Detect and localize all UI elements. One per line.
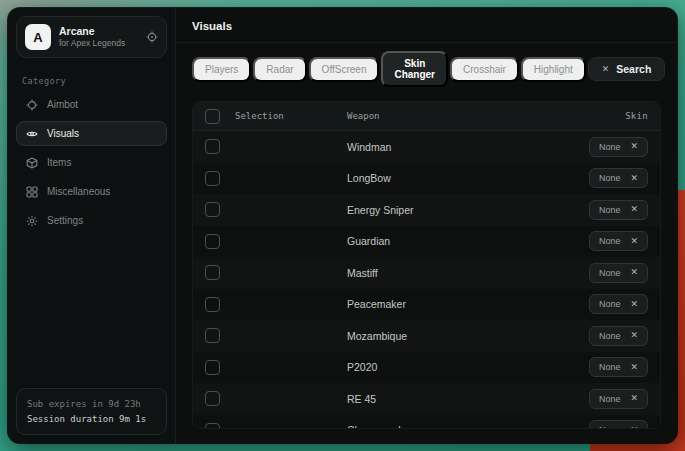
remove-skin-icon[interactable]: ✕: [630, 300, 638, 309]
table-row: Mastiff None ✕: [193, 257, 660, 289]
skin-badge[interactable]: None ✕: [589, 326, 648, 346]
search-x-icon: ✕: [602, 64, 610, 74]
tab-label: OffScreen: [322, 64, 367, 75]
table-body: Windman None ✕ LongBow None ✕ Energy Sni…: [193, 131, 660, 429]
remove-skin-icon[interactable]: ✕: [630, 268, 638, 277]
tab-crosshair[interactable]: Crosshair: [450, 57, 519, 82]
main-header: Visuals: [176, 8, 677, 43]
tabs-row: PlayersRadarOffScreenSkin ChangerCrossha…: [176, 43, 677, 93]
table-row: Changemaker None ✕: [193, 415, 660, 430]
skin-badge[interactable]: None ✕: [589, 357, 648, 377]
weapon-name: P2020: [347, 361, 589, 373]
remove-skin-icon[interactable]: ✕: [630, 142, 638, 151]
row-checkbox[interactable]: [205, 139, 220, 154]
page-title: Visuals: [192, 20, 661, 32]
sidebar-spacer: [8, 233, 175, 380]
skin-badge[interactable]: None ✕: [589, 168, 648, 188]
session-card: Sub expires in 9d 23h Session duration 9…: [16, 388, 167, 435]
tab-skin-changer[interactable]: Skin Changer: [381, 51, 448, 87]
skin-badge[interactable]: None ✕: [589, 420, 648, 429]
row-checkbox[interactable]: [205, 423, 220, 429]
table-header-row: Selection Weapon Skin: [193, 102, 660, 131]
table-row: Guardian None ✕: [193, 226, 660, 258]
sidebar: A Arcane for Apex Legends Category Aimbo…: [8, 8, 176, 443]
weapon-name: Guardian: [347, 235, 589, 247]
skin-badge[interactable]: None ✕: [589, 137, 648, 157]
table-row: Energy Sniper None ✕: [193, 194, 660, 226]
sidebar-item-items[interactable]: Items: [16, 150, 167, 175]
skin-value: None: [599, 268, 621, 278]
weapon-name: Energy Sniper: [347, 204, 589, 216]
remove-skin-icon[interactable]: ✕: [630, 237, 638, 246]
crosshair-icon: [26, 99, 38, 111]
weapon-name: Windman: [347, 141, 589, 153]
skin-value: None: [599, 236, 621, 246]
tab-label: Highlight: [534, 64, 573, 75]
target-icon[interactable]: [146, 31, 158, 43]
sidebar-item-label: Items: [47, 157, 71, 168]
column-header-selection: Selection: [235, 111, 347, 121]
tab-highlight[interactable]: Highlight: [521, 57, 586, 82]
row-checkbox[interactable]: [205, 265, 220, 280]
remove-skin-icon[interactable]: ✕: [630, 426, 638, 429]
category-label: Category: [22, 76, 161, 86]
skin-value: None: [599, 394, 621, 404]
sidebar-item-aimbot[interactable]: Aimbot: [16, 92, 167, 117]
app-subtitle: for Apex Legends: [59, 38, 138, 49]
table-row: Windman None ✕: [193, 131, 660, 163]
main-panel: Visuals PlayersRadarOffScreenSkin Change…: [176, 8, 677, 443]
skin-value: None: [599, 425, 621, 429]
skin-badge[interactable]: None ✕: [589, 263, 648, 283]
remove-skin-icon[interactable]: ✕: [630, 363, 638, 372]
sidebar-item-label: Aimbot: [47, 99, 78, 110]
eye-icon: [26, 128, 38, 140]
tab-label: Crosshair: [463, 64, 506, 75]
skin-value: None: [599, 362, 621, 372]
weapon-name: Mozambique: [347, 330, 589, 342]
tab-offscreen[interactable]: OffScreen: [309, 57, 380, 82]
brand-text: Arcane for Apex Legends: [59, 25, 138, 49]
skin-value: None: [599, 142, 621, 152]
table-row: RE 45 None ✕: [193, 383, 660, 415]
table-row: LongBow None ✕: [193, 163, 660, 195]
table-row: Peacemaker None ✕: [193, 289, 660, 321]
brand-card: A Arcane for Apex Legends: [16, 16, 167, 58]
remove-skin-icon[interactable]: ✕: [630, 331, 638, 340]
weapon-name: Peacemaker: [347, 298, 589, 310]
row-checkbox[interactable]: [205, 171, 220, 186]
skin-value: None: [599, 173, 621, 183]
sidebar-item-visuals[interactable]: Visuals: [16, 121, 167, 146]
tab-label: Players: [205, 64, 238, 75]
remove-skin-icon[interactable]: ✕: [630, 174, 638, 183]
row-checkbox[interactable]: [205, 202, 220, 217]
skin-badge[interactable]: None ✕: [589, 389, 648, 409]
search-button-label: Search: [616, 63, 651, 75]
tab-players[interactable]: Players: [192, 57, 251, 82]
remove-skin-icon[interactable]: ✕: [630, 205, 638, 214]
weapon-name: Changemaker: [347, 424, 589, 429]
weapon-name: Mastiff: [347, 267, 589, 279]
row-checkbox[interactable]: [205, 328, 220, 343]
remove-skin-icon[interactable]: ✕: [630, 394, 638, 403]
skin-value: None: [599, 299, 621, 309]
select-all-checkbox[interactable]: [205, 109, 220, 124]
skin-value: None: [599, 331, 621, 341]
skin-badge[interactable]: None ✕: [589, 294, 648, 314]
tab-label: Skin Changer: [394, 58, 435, 80]
row-checkbox[interactable]: [205, 234, 220, 249]
sidebar-item-miscellaneous[interactable]: Miscellaneous: [16, 179, 167, 204]
sidebar-item-settings[interactable]: Settings: [16, 208, 167, 233]
session-duration-text: Session duration 9m 1s: [27, 412, 156, 426]
row-checkbox[interactable]: [205, 360, 220, 375]
tab-radar[interactable]: Radar: [253, 57, 306, 82]
sidebar-item-label: Miscellaneous: [47, 186, 110, 197]
skin-badge[interactable]: None ✕: [589, 200, 648, 220]
weapon-name: LongBow: [347, 172, 589, 184]
grid-icon: [26, 186, 38, 198]
sidebar-item-label: Settings: [47, 215, 83, 226]
search-button[interactable]: ✕ Search: [588, 57, 666, 81]
row-checkbox[interactable]: [205, 391, 220, 406]
skin-badge[interactable]: None ✕: [589, 231, 648, 251]
weapon-name: RE 45: [347, 393, 589, 405]
row-checkbox[interactable]: [205, 297, 220, 312]
